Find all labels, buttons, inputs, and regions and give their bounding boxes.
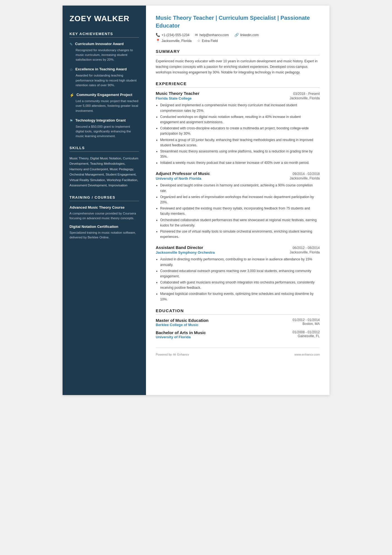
training-list: Advanced Music Theory Course A comprehen… xyxy=(70,205,139,240)
education-item-2: Bachelor of Arts in Music University of … xyxy=(156,330,320,339)
footer-branding: Powered by ∞ Enhancv xyxy=(156,352,189,357)
main-job-title: Music Theory Teacher | Curriculum Specia… xyxy=(156,14,320,29)
email-icon: ✉ xyxy=(195,33,198,37)
achievement-icon-2: ☆ xyxy=(70,67,73,72)
bullet: Managed logistical coordination for tour… xyxy=(160,291,320,302)
summary-text: Experienced music theory educator with o… xyxy=(156,59,320,75)
edu-city-1: Boston, MA xyxy=(293,322,320,326)
achievement-desc-3: Led a community music project that reach… xyxy=(70,99,139,113)
company-2: University of North Florida xyxy=(156,176,201,181)
phone-icon: 📞 xyxy=(156,33,160,37)
contact-extra: ☆ Extra Field xyxy=(197,39,218,43)
achievements-section-title: KEY ACHIEVEMENTS xyxy=(70,32,139,38)
powered-by-label: Powered by xyxy=(156,353,172,356)
achievement-item: ⚑ Technology Integration Grant Secured a… xyxy=(70,118,139,139)
bullet: Collaborated with cross-discipline educa… xyxy=(160,126,320,136)
achievement-item: ☆ Excellence in Teaching Award Awarded f… xyxy=(70,67,139,88)
experience-item-1: Music Theory Teacher 03/2018 - Present F… xyxy=(156,91,320,166)
bullet: Coordinated educational outreach program… xyxy=(160,268,320,279)
location-3: Jacksonville, Florida xyxy=(290,250,320,255)
contact-row-2: 📍 Jacksonville, Florida ☆ Extra Field xyxy=(156,39,320,43)
contact-email: ✉ help@enhancv.com xyxy=(195,33,229,37)
education-item-1: Master of Music Education Berklee Colleg… xyxy=(156,318,320,327)
bullets-1: Designed and implemented a comprehensive… xyxy=(156,103,320,166)
bullet: Assisted in directing monthly performanc… xyxy=(160,257,320,267)
achievement-title-2: Excellence in Teaching Award xyxy=(75,67,127,72)
extra-icon: ☆ xyxy=(197,39,200,43)
job-date-1: 03/2018 - Present xyxy=(293,92,320,96)
page-footer: Powered by ∞ Enhancv www.enhancv.com xyxy=(156,347,320,357)
education-section-title: EDUCATION xyxy=(156,308,320,315)
bullet: Initiated a weekly music theory podcast … xyxy=(160,160,320,166)
training-desc-2: Specialized training in music notation s… xyxy=(70,230,139,240)
company-3: Jacksonville Symphony Orchestra xyxy=(156,250,215,255)
location-icon: 📍 xyxy=(156,39,160,43)
achievement-title-1: Curriculum Innovator Award xyxy=(75,42,124,46)
bullet: Organized and led a series of improvisat… xyxy=(160,194,320,205)
bullet: Conducted workshops on digital music not… xyxy=(160,114,320,125)
achievement-desc-2: Awarded for outstanding teaching perform… xyxy=(70,73,139,88)
training-item: Advanced Music Theory Course A comprehen… xyxy=(70,205,139,221)
training-title-1: Advanced Music Theory Course xyxy=(70,205,139,210)
edu-school-2: University of Florida xyxy=(156,335,206,339)
edu-city-2: Gainesville, FL xyxy=(293,334,320,338)
location-2: Jacksonville, Florida xyxy=(290,176,320,181)
resume-container: ZOEY WALKER KEY ACHIEVEMENTS ✎ Curriculu… xyxy=(63,6,329,395)
achievement-item: ✎ Curriculum Innovator Award Recognized … xyxy=(70,42,139,62)
achievement-desc-1: Recognized for revolutionary changes to … xyxy=(70,48,139,62)
job-title-3: Assistant Band Director xyxy=(156,245,203,250)
edu-degree-2: Bachelor of Arts in Music xyxy=(156,330,206,335)
bullet: Mentored a group of 10 junior faculty, e… xyxy=(160,137,320,148)
location-text: Jacksonville, Florida xyxy=(162,39,192,43)
bullet: Reviewed and updated the existing music … xyxy=(160,206,320,216)
edu-school-1: Berklee College of Music xyxy=(156,323,209,327)
bullet: Orchestrated collaborative student perfo… xyxy=(160,218,320,228)
job-title-1: Music Theory Teacher xyxy=(156,91,199,96)
contact-row: 📞 +1-(234)-555-1234 ✉ help@enhancv.com 🔗… xyxy=(156,33,320,37)
achievement-desc-4: Secured a $50,000 grant to implement dig… xyxy=(70,124,139,139)
achievement-item: ⚡ Community Engagement Project Led a com… xyxy=(70,93,139,113)
linkedin-icon: 🔗 xyxy=(234,33,239,37)
job-date-2: 09/2014 - 02/2018 xyxy=(293,172,320,176)
email-text: help@enhancv.com xyxy=(199,33,229,37)
bullet: Pioneered the use of virtual reality too… xyxy=(160,229,320,240)
achievement-title-4: Technology Integration Grant xyxy=(75,118,126,123)
extra-text: Extra Field xyxy=(202,39,218,43)
achievement-title-3: Community Engagement Project xyxy=(76,93,132,97)
experience-section-title: EXPERIENCE xyxy=(156,81,320,88)
training-section-title: TRAINING / COURSES xyxy=(70,195,139,201)
company-1: Florida State College xyxy=(156,96,192,100)
job-title-2: Adjunct Professor of Music xyxy=(156,171,210,176)
main-content: Music Theory Teacher | Curriculum Specia… xyxy=(146,6,329,395)
bullets-3: Assisted in directing monthly performanc… xyxy=(156,257,320,302)
contact-location: 📍 Jacksonville, Florida xyxy=(156,39,192,43)
bullets-2: Developed and taught online courses in h… xyxy=(156,183,320,240)
sidebar: ZOEY WALKER KEY ACHIEVEMENTS ✎ Curriculu… xyxy=(63,6,146,395)
achievements-list: ✎ Curriculum Innovator Award Recognized … xyxy=(70,42,139,139)
edu-date-1: 01/2012 - 01/2014 xyxy=(293,318,320,322)
edu-degree-1: Master of Music Education xyxy=(156,318,209,323)
contact-linkedin: 🔗 linkedin.com xyxy=(234,33,259,37)
skills-text: Music Theory, Digital Music Notation, Cu… xyxy=(70,156,139,188)
training-desc-1: A comprehensive course provided by Cours… xyxy=(70,211,139,221)
bullet: Streamlined music theory assessments usi… xyxy=(160,149,320,159)
training-item: Digital Notation Certification Specializ… xyxy=(70,225,139,240)
skills-section-title: SKILLS xyxy=(70,146,139,152)
bullet: Developed and taught online courses in h… xyxy=(160,183,320,193)
achievement-icon-4: ⚑ xyxy=(70,119,73,123)
experience-item-2: Adjunct Professor of Music 09/2014 - 02/… xyxy=(156,171,320,240)
experience-item-3: Assistant Band Director 06/2012 - 08/201… xyxy=(156,245,320,302)
edu-date-2: 01/2008 - 01/2012 xyxy=(293,330,320,334)
phone-text: +1-(234)-555-1234 xyxy=(162,33,189,37)
contact-phone: 📞 +1-(234)-555-1234 xyxy=(156,33,189,37)
summary-section-title: SUMMARY xyxy=(156,49,320,55)
bullet: Collaborated with guest musicians ensuri… xyxy=(160,280,320,290)
achievement-icon-1: ✎ xyxy=(70,42,73,46)
enhancv-icon: ∞ xyxy=(173,352,176,357)
linkedin-text: linkedin.com xyxy=(240,33,259,37)
candidate-name: ZOEY WALKER xyxy=(70,14,139,23)
bullet: Designed and implemented a comprehensive… xyxy=(160,103,320,113)
footer-website: www.enhancv.com xyxy=(294,353,320,356)
job-date-3: 06/2012 - 08/2014 xyxy=(293,246,320,250)
training-title-2: Digital Notation Certification xyxy=(70,225,139,229)
